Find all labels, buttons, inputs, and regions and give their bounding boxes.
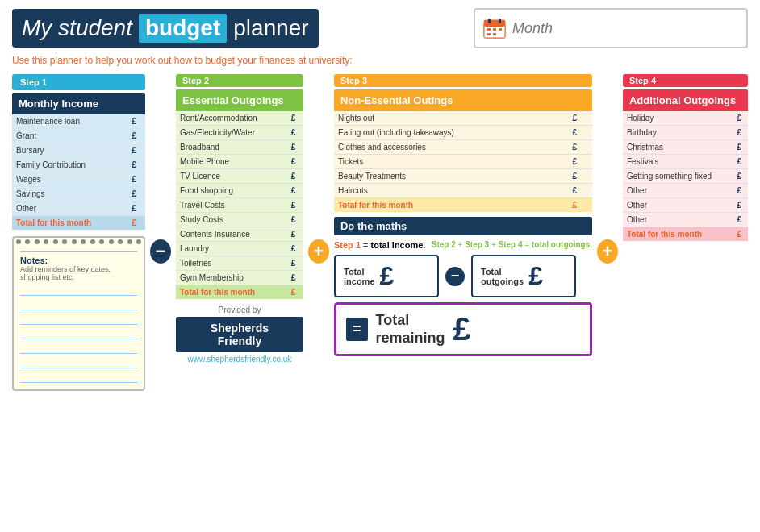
spiral-dot xyxy=(127,239,132,244)
row-label: Tickets xyxy=(334,155,569,169)
table-row: TV Licence£ xyxy=(176,169,303,184)
row-value: £ xyxy=(127,187,145,202)
total-income-box: Totalincome £ xyxy=(334,255,439,297)
row-value: £ xyxy=(287,169,303,184)
total-remaining-box: = Totalremaining £ xyxy=(334,302,592,356)
row-label: Total for this month xyxy=(176,285,287,300)
note-line xyxy=(20,370,137,383)
minus-operator: − xyxy=(150,239,171,264)
shepherds-brand: Shepherds Friendly xyxy=(176,317,303,352)
month-input[interactable] xyxy=(512,20,738,37)
row-label: Grant xyxy=(12,129,127,143)
table-row: Gas/Electricity/Water£ xyxy=(176,126,303,140)
month-input-wrap[interactable] xyxy=(474,8,748,48)
step3-column: Step 3 Non-Essential Outings Nights out£… xyxy=(334,74,592,212)
row-label: Festivals xyxy=(623,155,733,169)
row-value: £ xyxy=(127,158,145,172)
row-label: Other xyxy=(623,198,733,213)
row-label: Haircuts xyxy=(334,184,569,198)
row-value: £ xyxy=(733,155,748,169)
row-label: Total for this month xyxy=(12,216,127,231)
table-row: Laundry£ xyxy=(176,242,303,256)
row-value: £ xyxy=(733,169,748,184)
table-row: Haircuts£ xyxy=(334,184,592,198)
total-outgoing-pound: £ xyxy=(528,261,543,291)
svg-rect-2 xyxy=(484,20,505,27)
maths-steps: Step 1 = total income. Step 2 + Step 3 +… xyxy=(334,240,592,250)
svg-rect-6 xyxy=(493,28,496,31)
table-row: Contents Insurance£ xyxy=(176,227,303,242)
table-row: Other£ xyxy=(623,198,748,213)
row-label: Clothes and accessories xyxy=(334,140,569,155)
step1-column: Step 1 Monthly Income Maintenance loan£G… xyxy=(12,74,145,391)
step3-header: Non-Essential Outings xyxy=(334,89,592,111)
row-value: £ xyxy=(733,184,748,198)
row-value: £ xyxy=(287,271,303,285)
do-maths-title: Do the maths xyxy=(334,217,592,235)
row-value: £ xyxy=(569,126,592,140)
plus-operator-1: + xyxy=(308,239,329,264)
step1-header: Monthly Income xyxy=(12,93,145,114)
row-value: £ xyxy=(569,169,592,184)
row-value: £ xyxy=(733,198,748,213)
row-label: Toiletries xyxy=(176,256,287,271)
row-value: £ xyxy=(127,202,145,216)
row-value: £ xyxy=(127,114,145,129)
row-label: Holiday xyxy=(623,111,733,126)
row-label: Rent/Accommodation xyxy=(176,111,287,126)
row-value: £ xyxy=(733,111,748,126)
step4-table: Holiday£Birthday£Christmas£Festivals£Get… xyxy=(623,111,748,241)
step4-column: Step 4 Additional Outgoings Holiday£Birt… xyxy=(623,74,748,241)
step3-maths-col: Step 3 Non-Essential Outings Nights out£… xyxy=(334,74,592,356)
total-outgoing-label: Totaloutgoings xyxy=(481,267,524,286)
shepherds-box: Provided by Shepherds Friendly www.sheph… xyxy=(176,305,303,364)
row-label: Total for this month xyxy=(334,198,569,213)
total-income-label: Totalincome xyxy=(344,267,375,286)
step4-label: Step 4 xyxy=(623,74,748,87)
note-line xyxy=(20,341,137,354)
notes-box: Notes: Add reminders of key dates, shopp… xyxy=(12,236,145,391)
row-value: £ xyxy=(287,213,303,227)
income-outgoing-row: Totalincome £ − Totaloutgoings £ xyxy=(334,255,592,297)
row-value: £ xyxy=(569,198,592,213)
row-label: Eating out (including takeaways) xyxy=(334,126,569,140)
row-value: £ xyxy=(287,184,303,198)
step1-table: Maintenance loan£Grant£Bursary£Family Co… xyxy=(12,114,145,230)
note-line xyxy=(20,312,137,325)
table-row: Other£ xyxy=(12,202,145,216)
table-row: Wages£ xyxy=(12,172,145,187)
row-label: Wages xyxy=(12,172,127,187)
table-row: Festivals£ xyxy=(623,155,748,169)
step2-label: Step 2 xyxy=(176,74,303,87)
step1-section: Monthly Income Maintenance loan£Grant£Bu… xyxy=(12,93,145,230)
spiral-dot xyxy=(16,239,21,244)
row-value: £ xyxy=(733,126,748,140)
table-row: Other£ xyxy=(623,213,748,227)
row-label: Gas/Electricity/Water xyxy=(176,126,287,140)
row-value: £ xyxy=(287,256,303,271)
step3-section: Non-Essential Outings Nights out£Eating … xyxy=(334,89,592,212)
title-planner: planner xyxy=(233,15,308,41)
row-value: £ xyxy=(287,111,303,126)
total-income-pound: £ xyxy=(380,261,395,291)
spiral-dot xyxy=(72,239,77,244)
spiral-dot xyxy=(25,239,30,244)
note-line xyxy=(20,297,137,310)
row-value: £ xyxy=(287,140,303,155)
table-row: Gym Membership£ xyxy=(176,271,303,285)
header: My student budget planner xyxy=(12,8,748,48)
table-row: Study Costs£ xyxy=(176,213,303,227)
row-value: £ xyxy=(569,184,592,198)
svg-rect-7 xyxy=(499,28,502,31)
row-label: Bursary xyxy=(12,143,127,158)
table-row: Mobile Phone£ xyxy=(176,155,303,169)
table-row: Total for this month£ xyxy=(623,227,748,242)
equals-icon: = xyxy=(346,318,368,341)
table-row: Grant£ xyxy=(12,129,145,143)
row-value: £ xyxy=(569,111,592,126)
step3-table: Nights out£Eating out (including takeawa… xyxy=(334,111,592,212)
row-label: Mobile Phone xyxy=(176,155,287,169)
row-value: £ xyxy=(733,140,748,155)
note-line xyxy=(20,355,137,368)
step1-ref: Step 1 xyxy=(334,240,361,250)
